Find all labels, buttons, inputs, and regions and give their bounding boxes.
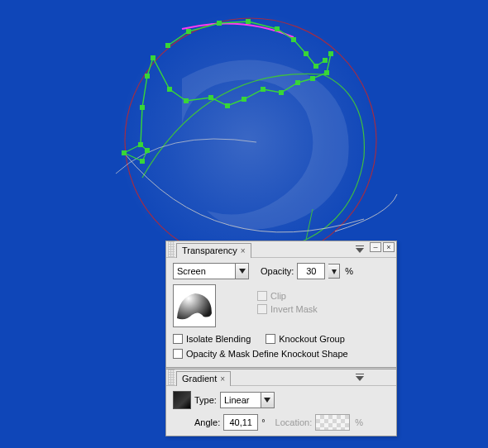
opacity-label: Opacity: (261, 266, 294, 276)
svg-rect-25 (328, 51, 333, 56)
minimize-button[interactable]: – (370, 242, 381, 252)
opacity-mask-knockout-checkbox[interactable]: Opacity & Mask Define Knockout Shape (173, 349, 348, 359)
tab-label: Transparency (182, 245, 237, 255)
panel-menu-button[interactable] (353, 242, 366, 257)
close-button[interactable]: × (383, 242, 395, 252)
percent-sign: % (355, 417, 363, 427)
panel-group[interactable]: Transparency × – × Opacity: % (165, 241, 397, 436)
opacity-input[interactable] (297, 263, 325, 279)
svg-rect-10 (323, 58, 328, 63)
svg-rect-6 (275, 26, 280, 31)
svg-rect-24 (324, 70, 329, 75)
gradient-type-select[interactable] (220, 392, 275, 408)
svg-rect-9 (313, 64, 318, 69)
invert-mask-checkbox: Invert Mask (257, 304, 318, 314)
svg-rect-20 (261, 87, 266, 92)
svg-rect-17 (208, 95, 213, 100)
tab-transparency[interactable]: Transparency × (176, 243, 251, 258)
close-tab-icon[interactable]: × (220, 374, 225, 384)
svg-rect-22 (295, 80, 300, 85)
svg-rect-29 (356, 245, 364, 246)
svg-rect-16 (184, 98, 189, 103)
svg-rect-23 (310, 76, 315, 81)
svg-rect-12 (140, 105, 145, 110)
panel-menu-button[interactable] (353, 370, 366, 385)
gradient-panel-titlebar[interactable]: Gradient × (166, 369, 396, 386)
percent-sign: % (345, 266, 353, 276)
svg-rect-14 (151, 55, 155, 60)
svg-rect-5 (246, 19, 251, 24)
blend-mode-field[interactable] (174, 264, 235, 279)
tab-label: Gradient (182, 374, 217, 384)
blend-mode-select[interactable] (173, 263, 249, 279)
svg-rect-28 (145, 148, 150, 153)
svg-rect-11 (138, 142, 143, 147)
svg-rect-21 (279, 90, 284, 95)
chevron-down-icon[interactable] (235, 264, 248, 279)
svg-rect-13 (145, 74, 150, 79)
type-label: Type: (194, 395, 217, 405)
panel-gripper[interactable] (168, 241, 175, 257)
svg-rect-7 (291, 37, 296, 42)
panel-gripper[interactable] (168, 369, 175, 385)
opacity-slider-button[interactable] (328, 264, 340, 279)
svg-rect-8 (304, 51, 309, 56)
gradient-swatch[interactable] (173, 391, 191, 409)
tab-gradient[interactable]: Gradient × (176, 371, 231, 386)
svg-rect-4 (217, 21, 222, 26)
transparency-thumbnail[interactable] (173, 284, 216, 327)
gradient-panel-body: Type: Angle: ° Location: % (166, 386, 396, 436)
close-tab-icon[interactable]: × (241, 246, 246, 255)
angle-input[interactable] (223, 414, 258, 431)
knockout-group-checkbox[interactable]: Knockout Group (266, 334, 345, 344)
gradient-type-field[interactable] (221, 393, 261, 407)
svg-rect-30 (356, 374, 364, 374)
svg-rect-15 (167, 87, 172, 92)
location-input (315, 414, 350, 431)
angle-label: Angle: (194, 417, 220, 427)
isolate-blending-checkbox[interactable]: Isolate Blending (173, 334, 251, 344)
svg-rect-26 (122, 150, 127, 155)
location-label: Location: (275, 417, 313, 427)
transparency-panel-body: Opacity: % Clip Invert Mask (166, 258, 396, 367)
svg-rect-18 (225, 103, 230, 108)
clip-checkbox: Clip (257, 291, 318, 301)
chevron-down-icon[interactable] (261, 393, 274, 407)
transparency-panel-titlebar[interactable]: Transparency × – × (166, 241, 396, 258)
svg-rect-19 (242, 97, 246, 102)
svg-rect-3 (186, 29, 191, 34)
degree-sign: ° (261, 417, 265, 427)
svg-rect-27 (140, 159, 145, 164)
svg-rect-2 (165, 43, 170, 48)
